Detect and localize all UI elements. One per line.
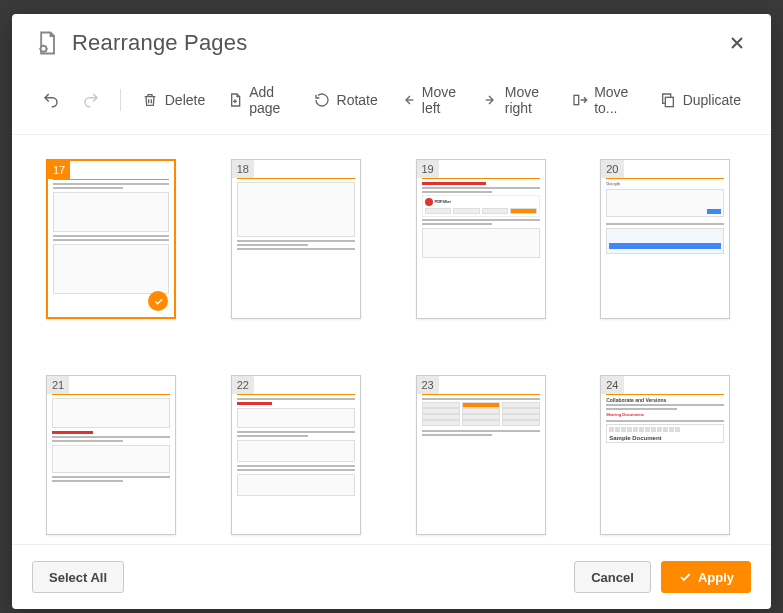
rotate-button[interactable]: Rotate xyxy=(305,87,386,113)
page-thumbnail[interactable]: 24Collaborate and VersionsSharing Docume… xyxy=(600,375,730,535)
move-left-label: Move left xyxy=(422,84,461,116)
modal-header: Rearrange Pages xyxy=(12,14,771,72)
page-number: 20 xyxy=(601,160,623,178)
page-thumbnail[interactable]: 21 xyxy=(46,375,176,535)
svg-rect-1 xyxy=(574,95,579,104)
add-page-button[interactable]: Add page xyxy=(219,80,298,120)
move-left-button[interactable]: Move left xyxy=(392,80,469,120)
redo-icon xyxy=(82,91,100,109)
select-all-label: Select All xyxy=(49,570,107,585)
page-number: 21 xyxy=(47,376,69,394)
undo-icon xyxy=(42,91,60,109)
toolbar: Delete Add page Rotate Move left Move ri xyxy=(12,72,771,135)
svg-rect-2 xyxy=(665,97,673,106)
page-grid: 171819PDFfiller20Google21222324Collabora… xyxy=(46,159,737,535)
page-thumbnail[interactable]: 22 xyxy=(231,375,361,535)
close-button[interactable] xyxy=(723,29,751,57)
add-page-icon xyxy=(227,91,243,109)
page-number: 24 xyxy=(601,376,623,394)
modal-footer: Select All Cancel Apply xyxy=(12,544,771,609)
rearrange-icon xyxy=(32,28,62,58)
page-number: 22 xyxy=(232,376,254,394)
thumb-heading: Collaborate and Versions xyxy=(606,398,724,402)
rotate-icon xyxy=(313,91,331,109)
rotate-label: Rotate xyxy=(337,92,378,108)
undo-button[interactable] xyxy=(34,87,68,113)
trash-icon xyxy=(141,91,159,109)
page-thumbnail[interactable]: 17 xyxy=(46,159,176,319)
cancel-button[interactable]: Cancel xyxy=(574,561,651,593)
page-grid-area: 171819PDFfiller20Google21222324Collabora… xyxy=(12,135,771,544)
page-thumbnail[interactable]: 19PDFfiller xyxy=(416,159,546,319)
page-number: 19 xyxy=(417,160,439,178)
separator xyxy=(120,89,121,111)
redo-button[interactable] xyxy=(74,87,108,113)
duplicate-label: Duplicate xyxy=(683,92,741,108)
page-thumbnail[interactable]: 20Google xyxy=(600,159,730,319)
page-thumbnail[interactable]: 18 xyxy=(231,159,361,319)
page-thumbnail[interactable]: 23 xyxy=(416,375,546,535)
svg-point-0 xyxy=(41,46,47,52)
delete-label: Delete xyxy=(165,92,205,108)
selected-check-icon xyxy=(148,291,168,311)
page-number: 23 xyxy=(417,376,439,394)
add-page-label: Add page xyxy=(249,84,290,116)
rearrange-pages-modal: Rearrange Pages Delete Add pag xyxy=(12,14,771,609)
modal-title: Rearrange Pages xyxy=(72,30,247,56)
check-icon xyxy=(678,570,692,584)
select-all-button[interactable]: Select All xyxy=(32,561,124,593)
delete-button[interactable]: Delete xyxy=(133,87,213,113)
apply-label: Apply xyxy=(698,570,734,585)
page-number: 18 xyxy=(232,160,254,178)
apply-button[interactable]: Apply xyxy=(661,561,751,593)
move-right-button[interactable]: Move right xyxy=(475,80,558,120)
move-right-label: Move right xyxy=(505,84,550,116)
move-to-button[interactable]: Move to... xyxy=(564,80,644,120)
page-number: 17 xyxy=(48,161,70,179)
cancel-label: Cancel xyxy=(591,570,634,585)
arrow-right-icon xyxy=(483,91,499,109)
move-to-label: Move to... xyxy=(594,84,636,116)
duplicate-button[interactable]: Duplicate xyxy=(651,87,749,113)
duplicate-icon xyxy=(659,91,677,109)
move-to-icon xyxy=(572,91,588,109)
arrow-left-icon xyxy=(400,91,416,109)
